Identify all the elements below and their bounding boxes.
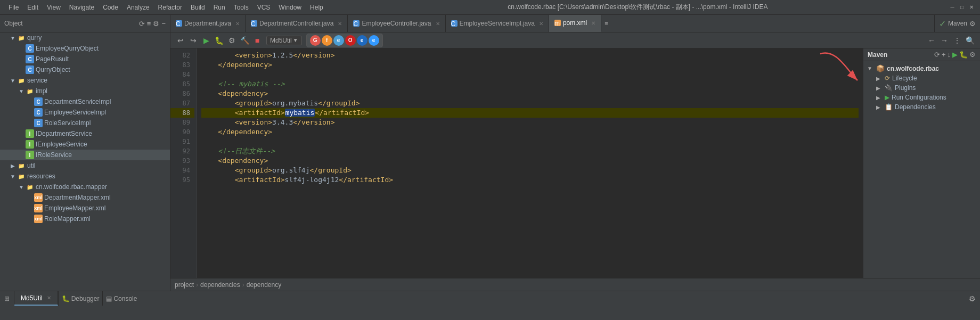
maven-add-icon[interactable]: +	[942, 51, 946, 59]
tree-item-deptserviceimpl[interactable]: C DepartmentServiceImpl	[0, 96, 170, 107]
undo-button[interactable]: ↩	[175, 35, 186, 46]
editor-toolbar: ↩ ↪ ▶ 🐛 ⚙ 🔨 ■ Md5Util ▼ G f e O e	[170, 32, 980, 48]
tree-label: IDepartmentService	[36, 130, 92, 137]
breadcrumb-item-project[interactable]: project	[175, 281, 194, 289]
md5util-button[interactable]: Md5Util ▼	[266, 36, 302, 45]
tab-emp-controller[interactable]: C EmployeeController.java ✕	[348, 15, 445, 32]
build-button[interactable]: 🔨	[239, 35, 250, 46]
more-tabs-button[interactable]: ≡	[601, 15, 611, 32]
tree-item-qurryobject[interactable]: C QurryObject	[0, 64, 170, 75]
structure-icon[interactable]: ⋮	[951, 35, 963, 46]
tree-item-iroleservice[interactable]: I IRoleService	[0, 150, 170, 160]
edge-icon[interactable]: e	[333, 35, 344, 46]
menu-navigate[interactable]: Navigate	[65, 3, 99, 12]
maven-refresh-icon[interactable]: ⟳	[934, 51, 940, 59]
opera-icon[interactable]: O	[345, 35, 356, 46]
collapse-icon[interactable]: ≡	[147, 20, 151, 28]
maven-panel: Maven ⟳ + ↓ ▶ 🐛 ⚙ ▼ 📦 cn.wolfc	[863, 48, 980, 278]
tab-close-icon[interactable]: ✕	[591, 20, 595, 26]
menu-code[interactable]: Code	[99, 3, 123, 12]
code-content[interactable]: <version>1.2.5</version> </dependency> <…	[197, 48, 863, 278]
tab-close-icon[interactable]: ✕	[338, 21, 342, 27]
tree-item-iempservice[interactable]: I IEmployeeService	[0, 139, 170, 150]
menu-refactor[interactable]: Refactor	[154, 3, 186, 12]
ie-icon[interactable]: e	[357, 35, 368, 46]
menu-file[interactable]: File	[4, 3, 23, 12]
tree-item-ideptservice[interactable]: I IDepartmentService	[0, 128, 170, 139]
menu-run[interactable]: Run	[209, 3, 230, 12]
breadcrumb-item-dependencies[interactable]: dependencies	[200, 281, 240, 289]
menu-tools[interactable]: Tools	[230, 3, 253, 12]
maven-run-icon[interactable]: ▶	[952, 51, 958, 59]
maven-debug-icon[interactable]: 🐛	[959, 51, 968, 59]
debug-button[interactable]: 🐛	[213, 35, 225, 46]
tree-item-impl[interactable]: ▼ 📁 impl	[0, 86, 170, 96]
tree-item-util[interactable]: ▶ 📁 util	[0, 160, 170, 171]
tab-emp-service-impl[interactable]: C EmployeeServiceImpl.java ✕	[446, 15, 549, 32]
minimize-button[interactable]: ─	[948, 3, 957, 12]
maven-plugins[interactable]: ▶ 🔌 Plugins	[863, 83, 980, 93]
menu-edit[interactable]: Edit	[23, 3, 43, 12]
redo-button[interactable]: ↪	[187, 35, 199, 46]
tree-item-qurry[interactable]: ▼ 📁 qurry	[0, 32, 170, 43]
tab-dept-controller[interactable]: C DepartmentController.java ✕	[246, 15, 348, 32]
java-icon: C	[353, 20, 360, 27]
line-number: 88	[170, 108, 194, 118]
code-line-92: <!--日志文件-->	[201, 146, 859, 156]
bottom-tab-close-icon[interactable]: ✕	[47, 295, 51, 301]
tab-pom[interactable]: m pom.xml ✕	[549, 15, 601, 32]
chrome-icon[interactable]: G	[310, 35, 321, 46]
sync-icon[interactable]: ⟳	[139, 20, 145, 28]
maven-settings-icon[interactable]: ⚙	[969, 20, 976, 28]
maven-lifecycle[interactable]: ▶ ⟳ Lifecycle	[863, 73, 980, 83]
menu-view[interactable]: View	[43, 3, 65, 12]
bottom-debugger-label[interactable]: Debugger	[71, 295, 100, 302]
maven-run-configs[interactable]: ▶ ▶ Run Configurations	[863, 93, 980, 102]
tree-item-roleserviceimpl[interactable]: C RoleServiceImpl	[0, 118, 170, 128]
bottom-sidebar-icon[interactable]: ⊞	[4, 295, 10, 302]
run-config-button[interactable]: ⚙	[226, 35, 238, 46]
firefox-icon[interactable]: f	[322, 35, 332, 46]
tree-item-employeequrryobject[interactable]: C EmployeeQurryObject	[0, 43, 170, 54]
tree-item-resources[interactable]: ▼ 📁 resources	[0, 171, 170, 182]
tree-item-mapper-pkg[interactable]: ▼ 📁 cn.wolfcode.rbac.mapper	[0, 182, 170, 192]
menu-help[interactable]: Help	[306, 3, 328, 12]
maven-project-root[interactable]: ▼ 📦 cn.wolfcode.rbac	[863, 63, 980, 73]
menu-build[interactable]: Build	[186, 3, 209, 12]
bottom-tab-md5util[interactable]: Md5Util ✕	[14, 291, 58, 306]
menu-analyze[interactable]: Analyze	[123, 3, 154, 12]
tree-item-deptmapper[interactable]: xml DepartmentMapper.xml	[0, 192, 170, 203]
minus-icon[interactable]: −	[161, 20, 166, 28]
maven-settings-panel-icon[interactable]: ⚙	[969, 51, 976, 59]
maven-dependencies[interactable]: ▶ 📋 Dependencies	[863, 102, 980, 112]
tree-item-pageresult[interactable]: C PageRusult	[0, 54, 170, 64]
tree-item-empmapper[interactable]: xml EmployeeMapper.xml	[0, 203, 170, 214]
menu-vcs[interactable]: VCS	[253, 3, 275, 12]
tab-close-icon[interactable]: ✕	[436, 21, 440, 27]
edge2-icon[interactable]: e	[369, 35, 379, 46]
menu-window[interactable]: Window	[274, 3, 306, 12]
tree-item-service[interactable]: ▼ 📁 service	[0, 75, 170, 86]
close-button[interactable]: ✕	[967, 3, 976, 12]
maximize-button[interactable]: □	[958, 3, 966, 12]
run-button[interactable]: ▶	[200, 35, 212, 46]
maven-download-icon[interactable]: ↓	[948, 51, 951, 59]
stop-button[interactable]: ■	[251, 35, 263, 46]
maven-tab-label[interactable]: Maven	[948, 20, 967, 27]
navigate-fwd-icon[interactable]: →	[938, 35, 950, 46]
tree-arrow-service: ▼	[9, 78, 17, 84]
bottom-console-label[interactable]: Console	[113, 295, 137, 302]
breadcrumb-item-dependency[interactable]: dependency	[247, 281, 281, 289]
navigate-back-icon[interactable]: ←	[926, 35, 937, 46]
debugger-icon[interactable]: 🐛	[62, 295, 70, 302]
bottom-settings[interactable]: ⚙	[965, 291, 980, 306]
tree-item-rolemapper[interactable]: xml RoleMapper.xml	[0, 214, 170, 224]
search-everywhere-icon[interactable]: 🔍	[964, 35, 976, 46]
tab-department[interactable]: C Department.java ✕	[170, 15, 246, 32]
settings-gear-icon[interactable]: ⚙	[153, 20, 159, 28]
tab-close-icon[interactable]: ✕	[235, 21, 240, 27]
tree-item-empserviceimpl[interactable]: C EmployeeServiceImpl	[0, 107, 170, 118]
console-icon[interactable]: ▤	[106, 295, 112, 302]
settings-icon[interactable]: ⚙	[969, 294, 976, 303]
tab-close-icon[interactable]: ✕	[539, 21, 543, 27]
